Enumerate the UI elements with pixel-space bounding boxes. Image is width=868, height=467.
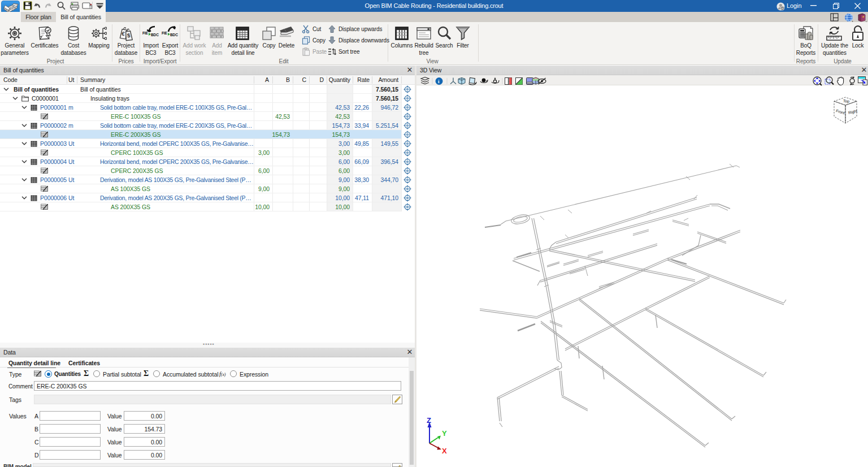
svg-text:BDC: BDC <box>170 33 178 37</box>
svg-text:FIE: FIE <box>162 31 168 35</box>
svg-text:Z: Z <box>427 417 431 425</box>
svg-text:Y: Y <box>442 429 447 438</box>
svg-text:BDC: BDC <box>151 33 159 37</box>
svg-text:X: X <box>442 447 447 455</box>
svg-text:FIE: FIE <box>142 31 149 35</box>
